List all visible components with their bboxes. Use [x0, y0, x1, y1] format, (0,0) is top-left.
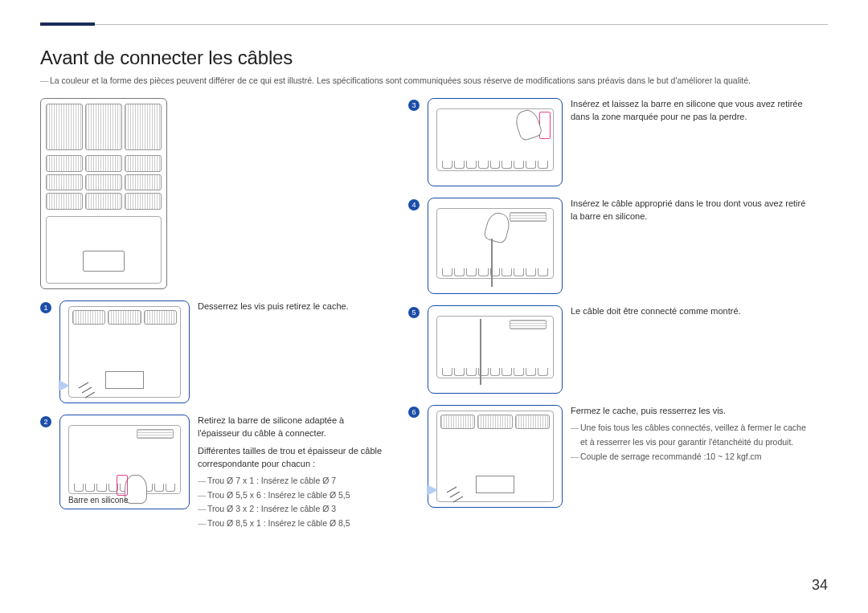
hole-item: Trou Ø 8,5 x 1 : Insérez le câble Ø 8,5 [207, 517, 386, 531]
hole-item: Trou Ø 5,5 x 6 : Insérez le câble Ø 5,5 [207, 488, 386, 503]
arrow-icon [427, 484, 438, 496]
highlight-silicone [117, 475, 128, 496]
page-title: Avant de connecter les câbles [40, 47, 828, 69]
step-2: 2 Barre en silicone Retirez la barre de … [40, 415, 386, 531]
step-4-text: Insérez le câble approprié dans le trou … [571, 198, 810, 223]
step-5: 5 Le câble doit être connecté comme mont… [408, 305, 810, 394]
page-number: 34 [812, 577, 828, 594]
step-6: 6 Fermez le cache, puis resserrez les vi… [408, 405, 810, 508]
accent-bar [40, 22, 95, 26]
column-left: 1 Desserrez les vis puis retirez le cach… [40, 98, 386, 542]
highlight-storage [539, 112, 551, 139]
content-columns: 1 Desserrez les vis puis retirez le cach… [40, 98, 828, 542]
cable-icon [491, 239, 493, 287]
step-2-hole-list: Trou Ø 7 x 1 : Insérez le câble Ø 7 Trou… [198, 474, 386, 531]
cable-icon [480, 319, 481, 385]
hole-item: Trou Ø 7 x 1 : Insérez le câble Ø 7 [207, 474, 386, 488]
step-3-figure [428, 98, 563, 186]
hole-item: Trou Ø 3 x 2 : Insérez le câble Ø 3 [207, 502, 386, 517]
intro-note: La couleur et la forme des pièces peuven… [40, 76, 828, 85]
step-2-line1: Retirez la barre de silicone adaptée à l… [198, 415, 386, 440]
note-item: Une fois tous les câbles connectés, veil… [580, 421, 810, 450]
step-5-figure [428, 305, 563, 394]
step-badge-3: 3 [408, 100, 420, 111]
step-6-figure [428, 405, 563, 508]
step-4-figure [428, 198, 563, 294]
step-1-figure [59, 300, 190, 403]
step-badge-1: 1 [40, 302, 51, 313]
screws-icon [446, 486, 473, 505]
arrow-icon [59, 380, 70, 391]
silicone-label: Barre en silicone [68, 496, 128, 505]
port-box [83, 251, 125, 272]
header-rule [40, 22, 828, 26]
lower-panel [46, 216, 162, 284]
step-3: 3 Insérez et laissez la barre en silicon… [408, 98, 810, 186]
step-6-notes: Une fois tous les câbles connectés, veil… [571, 421, 810, 464]
note-item: Couple de serrage recommandé :10 ~ 12 kg… [580, 450, 810, 464]
step-1-text: Desserrez les vis puis retirez le cache. [198, 300, 349, 313]
step-badge-6: 6 [408, 407, 420, 418]
step-badge-5: 5 [408, 307, 420, 318]
step-badge-4: 4 [408, 199, 420, 210]
screws-icon [78, 382, 105, 401]
header-line [95, 24, 828, 25]
step-1: 1 Desserrez les vis puis retirez le cach… [40, 300, 386, 403]
step-2-figure: Barre en silicone [59, 415, 190, 509]
overview-figure [40, 98, 167, 289]
vent-grid-mid [46, 155, 162, 210]
step-badge-2: 2 [40, 416, 51, 427]
step-4: 4 Insérez le câble approprié dans le tro… [408, 198, 810, 294]
step-3-text: Insérez et laissez la barre en silicone … [571, 98, 810, 124]
vent-grid-top [46, 104, 162, 150]
step-6-main: Fermez le cache, puis resserrez les vis. [571, 405, 810, 418]
step-6-text: Fermez le cache, puis resserrez les vis.… [571, 405, 810, 464]
step-2-text: Retirez la barre de silicone adaptée à l… [198, 415, 386, 531]
step-2-line2: Différentes tailles de trou et épaisseur… [198, 445, 386, 471]
step-5-text: Le câble doit être connecté comme montré… [571, 305, 741, 318]
column-right: 3 Insérez et laissez la barre en silicon… [408, 98, 810, 542]
